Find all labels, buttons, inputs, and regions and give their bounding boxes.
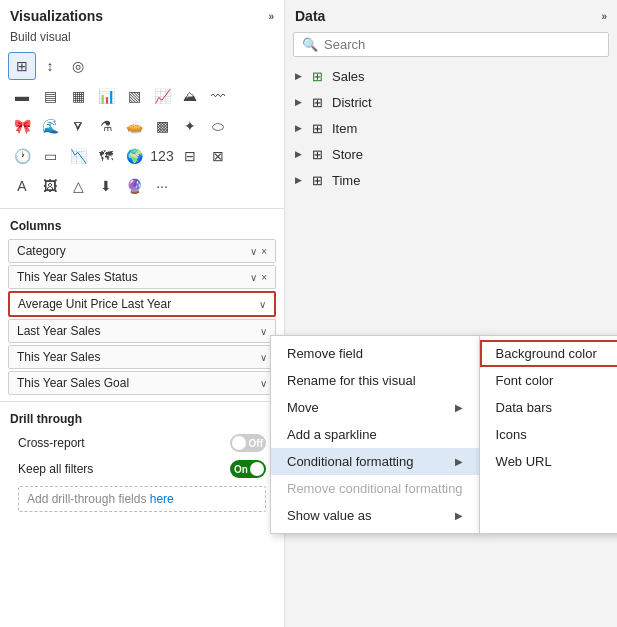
drilldown-col-icon[interactable]: ⬇ (92, 172, 120, 200)
search-input[interactable] (324, 37, 600, 52)
line-area-icon[interactable]: 〰 (204, 82, 232, 110)
tree-expand-icon: ▶ (295, 123, 302, 133)
arrow-chart-icon[interactable]: ↕ (36, 52, 64, 80)
field-last-year-text: Last Year Sales (17, 324, 100, 338)
web-url-label: Web URL (496, 454, 552, 469)
keep-filters-label: Keep all filters (18, 462, 93, 476)
data-panel-header: Data » (285, 0, 617, 28)
field-avg-unit-price[interactable]: Average Unit Price Last Year ∨ (8, 291, 276, 317)
tree-item-time[interactable]: ▶ ⊞ Time (285, 167, 617, 193)
field-avg-price-text: Average Unit Price Last Year (18, 297, 171, 311)
table2-icon[interactable]: ⊟ (176, 142, 204, 170)
store-table-icon: ⊞ (308, 145, 326, 163)
item-table-icon: ⊞ (308, 119, 326, 137)
shapes-icon[interactable]: △ (64, 172, 92, 200)
cross-report-toggle[interactable]: Off (230, 434, 266, 452)
icon-row-4: 🕐 ▭ 📉 🗺 🌍 123 ⊟ ⊠ (8, 142, 276, 170)
cross-report-label: Cross-report (18, 436, 85, 450)
chevron-down-icon: ∨ (260, 352, 267, 363)
tree-expand-icon: ▶ (295, 149, 302, 159)
keep-filters-row: Keep all filters On (10, 456, 274, 482)
treemap-icon[interactable]: ▩ (148, 112, 176, 140)
field-last-year-sales[interactable]: Last Year Sales ∨ (8, 319, 276, 343)
stacked-bar-icon[interactable]: ▤ (36, 82, 64, 110)
drill-through-section: Drill through Cross-report Off Keep all … (0, 406, 284, 520)
icon-row-3: 🎀 🌊 ⛛ ⚗ 🥧 ▩ ✦ ⬭ (8, 112, 276, 140)
menu-item-conditional-formatting[interactable]: Conditional formatting ▶ (271, 448, 479, 475)
card-icon[interactable]: ▭ (36, 142, 64, 170)
image-icon[interactable]: 🖼 (36, 172, 64, 200)
submenu-item-font-color[interactable]: Font color (480, 367, 617, 394)
tree-item-sales[interactable]: ▶ ⊞ Sales (285, 63, 617, 89)
submenu-arrow-icon: ▶ (455, 510, 463, 521)
gauge-icon[interactable]: 🕐 (8, 142, 36, 170)
menu-item-move[interactable]: Move ▶ (271, 394, 479, 421)
menu-item-show-value-as[interactable]: Show value as ▶ (271, 502, 479, 529)
drill-through-label: Drill through (10, 412, 274, 426)
menu-item-remove-conditional: Remove conditional formatting (271, 475, 479, 502)
scatter-icon[interactable]: ✦ (176, 112, 204, 140)
donut-chart-icon[interactable]: ◎ (64, 52, 92, 80)
close-icon[interactable]: × (261, 246, 267, 257)
kpi-icon[interactable]: 📉 (64, 142, 92, 170)
data-expand-arrow[interactable]: » (601, 11, 607, 22)
submenu-item-background-color[interactable]: Background color (480, 340, 617, 367)
field-this-year-status-text: This Year Sales Status (17, 270, 138, 284)
table-icon[interactable]: ⊞ (8, 52, 36, 80)
close-icon[interactable]: × (261, 272, 267, 283)
field-this-year-sales[interactable]: This Year Sales ∨ (8, 345, 276, 369)
add-field-text: Add drill-through fields (27, 492, 150, 506)
data-bars-label: Data bars (496, 400, 552, 415)
menu-item-add-sparkline[interactable]: Add a sparkline (271, 421, 479, 448)
visualizations-header: Visualizations » (0, 0, 284, 28)
tree-store-label: Store (332, 147, 363, 162)
submenu-item-data-bars[interactable]: Data bars (480, 394, 617, 421)
menu-item-remove-field[interactable]: Remove field (271, 340, 479, 367)
submenu-item-web-url[interactable]: Web URL (480, 448, 617, 475)
map-icon[interactable]: 🗺 (92, 142, 120, 170)
bubble-icon[interactable]: ⬭ (204, 112, 232, 140)
field-category[interactable]: Category ∨ × (8, 239, 276, 263)
matrix-icon[interactable]: ⊠ (204, 142, 232, 170)
text-icon[interactable]: A (8, 172, 36, 200)
sales-table-icon: ⊞ (308, 67, 326, 85)
ribbon-icon[interactable]: 🎀 (8, 112, 36, 140)
show-value-as-label: Show value as (287, 508, 372, 523)
100-stacked-bar-icon[interactable]: ▦ (64, 82, 92, 110)
field-this-year-sales-status[interactable]: This Year Sales Status ∨ × (8, 265, 276, 289)
funnel-icon[interactable]: ⛛ (64, 112, 92, 140)
icon-row-1: ⊞ ↕ ◎ (8, 52, 276, 80)
waterfall-icon[interactable]: 🌊 (36, 112, 64, 140)
field-this-year-goal[interactable]: This Year Sales Goal ∨ (8, 371, 276, 395)
column-chart-icon[interactable]: 📊 (92, 82, 120, 110)
visualizations-title: Visualizations (10, 8, 103, 24)
tree-item-district[interactable]: ▶ ⊞ District (285, 89, 617, 115)
background-color-label: Background color (496, 346, 597, 361)
field-category-icons: ∨ × (250, 246, 267, 257)
submenu-item-icons[interactable]: Icons (480, 421, 617, 448)
menu-item-rename-visual[interactable]: Rename for this visual (271, 367, 479, 394)
tree-item-item[interactable]: ▶ ⊞ Item (285, 115, 617, 141)
add-field-link[interactable]: here (150, 492, 174, 506)
pie-chart-icon[interactable]: 🥧 (120, 112, 148, 140)
more-visuals-icon[interactable]: ··· (148, 172, 176, 200)
line-chart-icon[interactable]: 📈 (148, 82, 176, 110)
stacked-column-icon[interactable]: ▧ (120, 82, 148, 110)
tree-district-label: District (332, 95, 372, 110)
data-title: Data (295, 8, 325, 24)
tree-sales-label: Sales (332, 69, 365, 84)
conditional-formatting-label: Conditional formatting (287, 454, 413, 469)
field-status-icons: ∨ × (250, 272, 267, 283)
num-card-icon[interactable]: 123 (148, 142, 176, 170)
visualization-icon-grid: ⊞ ↕ ◎ ▬ ▤ ▦ 📊 ▧ 📈 ⛰ 〰 🎀 🌊 ⛛ ⚗ 🥧 ▩ ✦ ⬭ (0, 50, 284, 204)
visualizations-expand-arrow[interactable]: » (268, 11, 274, 22)
ai-visual-icon[interactable]: 🔮 (120, 172, 148, 200)
area-chart-icon[interactable]: ⛰ (176, 82, 204, 110)
filled-map-icon[interactable]: 🌍 (120, 142, 148, 170)
bar-chart-icon[interactable]: ▬ (8, 82, 36, 110)
keep-filters-toggle[interactable]: On (230, 460, 266, 478)
tree-item-store[interactable]: ▶ ⊞ Store (285, 141, 617, 167)
tree-expand-icon: ▶ (295, 71, 302, 81)
combo-icon[interactable]: ⚗ (92, 112, 120, 140)
add-drill-field-box[interactable]: Add drill-through fields here (18, 486, 266, 512)
